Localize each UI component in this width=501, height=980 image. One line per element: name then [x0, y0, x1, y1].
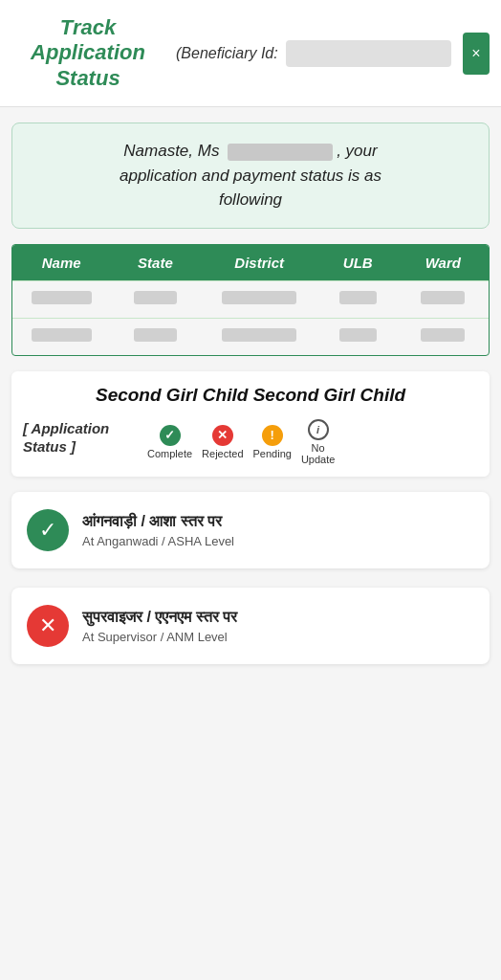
- no-update-icon: i: [308, 419, 329, 440]
- beneficiary-section: (Beneficiary Id:: [176, 40, 451, 67]
- table-row: [12, 318, 489, 355]
- cell-ulb-2: [339, 328, 377, 342]
- col-state: State: [110, 245, 200, 281]
- status-pending: ! Pending: [253, 425, 292, 459]
- cell-state-2: [134, 328, 177, 342]
- scheme-title: Second Girl Child Second Girl Child: [23, 385, 478, 406]
- cell-ulb-1: [339, 291, 377, 304]
- beneficiary-label: (Beneficiary Id:: [176, 45, 278, 62]
- rejected-label: Rejected: [202, 448, 243, 459]
- cell-name-2: [32, 328, 92, 342]
- anganwadi-card-text: आंगनवाड़ी / आशा स्तर पर At Anganwadi / A…: [82, 512, 234, 548]
- cell-ward-2: [421, 328, 465, 342]
- supervisor-status-icon: ✕: [27, 605, 69, 647]
- anganwadi-title-hi: आंगनवाड़ी / आशा स्तर पर: [82, 512, 234, 532]
- supervisor-card-text: सुपरवाइजर / एएनएम स्तर पर At Supervisor …: [82, 608, 237, 644]
- status-card-anganwadi: ✓ आंगनवाड़ी / आशा स्तर पर At Anganwadi /…: [11, 492, 490, 568]
- status-section-label: [ ApplicationStatus ]: [23, 419, 147, 457]
- cell-district-2: [222, 328, 296, 342]
- page-title: TrackApplicationStatus: [11, 15, 164, 91]
- status-complete: ✓ Complete: [147, 425, 192, 459]
- anganwadi-status-icon: ✓: [27, 509, 69, 551]
- col-name: Name: [12, 245, 110, 281]
- pending-label: Pending: [253, 448, 292, 459]
- rejected-icon: ✕: [212, 425, 233, 446]
- scheme-section: Second Girl Child Second Girl Child [ Ap…: [11, 371, 490, 477]
- greeting-box: Namaste, Ms , your application and payme…: [11, 122, 490, 229]
- cell-ward-1: [421, 291, 465, 304]
- close-button[interactable]: ×: [463, 33, 490, 75]
- complete-icon: ✓: [160, 425, 181, 446]
- page-header: TrackApplicationStatus (Beneficiary Id: …: [0, 0, 501, 107]
- cell-district-1: [222, 291, 296, 304]
- cell-name-1: [32, 291, 92, 304]
- cell-state-1: [134, 291, 177, 304]
- anganwadi-title-en: At Anganwadi / ASHA Level: [82, 534, 234, 548]
- col-district: District: [201, 245, 318, 281]
- status-items: ✓ Complete ✕ Rejected ! Pending i NoUpda…: [147, 419, 478, 465]
- name-redacted: [228, 144, 333, 161]
- supervisor-title-en: At Supervisor / ANM Level: [82, 630, 237, 644]
- greeting-text: Namaste, Ms , your application and payme…: [28, 139, 473, 212]
- col-ward: Ward: [398, 245, 489, 281]
- info-table: Name State District ULB Ward: [11, 244, 490, 356]
- status-rejected: ✕ Rejected: [202, 425, 243, 459]
- status-legend: [ ApplicationStatus ] ✓ Complete ✕ Rejec…: [23, 419, 478, 465]
- status-card-supervisor: ✕ सुपरवाइजर / एएनएम स्तर पर At Superviso…: [11, 588, 490, 664]
- status-no-update: i NoUpdate: [301, 419, 335, 465]
- col-ulb: ULB: [318, 245, 398, 281]
- status-cards: ✓ आंगनवाड़ी / आशा स्तर पर At Anganwadi /…: [11, 492, 490, 664]
- supervisor-title-hi: सुपरवाइजर / एएनएम स्तर पर: [82, 608, 237, 628]
- beneficiary-id-value: [286, 40, 451, 67]
- no-update-label: NoUpdate: [301, 442, 335, 465]
- pending-icon: !: [262, 425, 283, 446]
- complete-label: Complete: [147, 448, 192, 459]
- table-row: [12, 280, 489, 318]
